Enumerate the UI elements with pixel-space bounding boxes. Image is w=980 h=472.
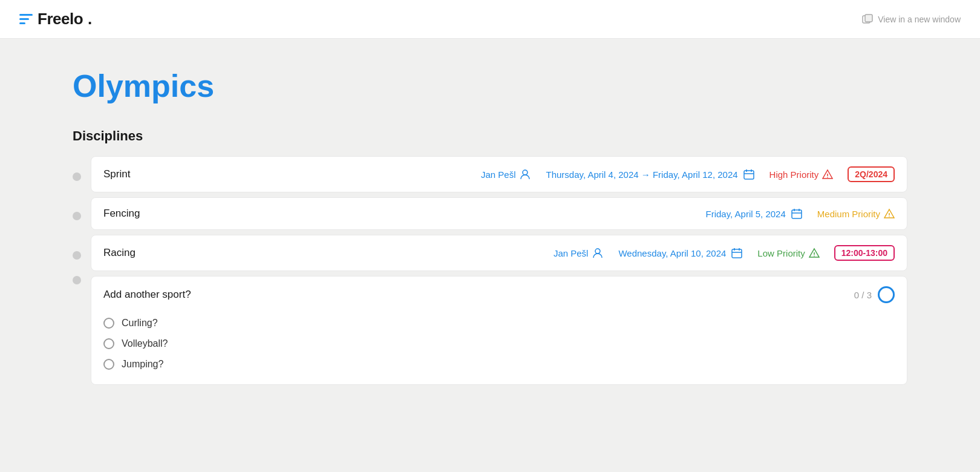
add-sport-right: 0 / 3: [854, 286, 895, 303]
priority-label-racing: Low Priority: [757, 248, 805, 258]
task-card-sprint[interactable]: Sprint Jan Pešl Thursday, April 4, 2024 …: [91, 156, 907, 192]
svg-rect-6: [744, 171, 754, 179]
add-sport-row: Add another sport? 0 / 3 Curling? Volley…: [73, 276, 907, 385]
svg-rect-19: [732, 249, 742, 258]
logo-text: Freelo: [38, 10, 83, 28]
warning-icon-fencing: [884, 208, 895, 219]
progress-circle: [878, 286, 895, 303]
svg-rect-2: [19, 22, 25, 24]
person-icon-racing: [592, 247, 604, 259]
add-sport-header: Add another sport? 0 / 3: [103, 286, 895, 303]
assignee-name-racing: Jan Pešl: [554, 248, 589, 258]
svg-rect-0: [19, 14, 33, 16]
warning-icon-racing: [809, 247, 820, 258]
assignee-sprint: Jan Pešl: [481, 168, 532, 180]
checklist-item-2[interactable]: Jumping?: [103, 354, 895, 375]
task-row-fencing: Fencing Friday, April 5, 2024 Medium Pri…: [73, 197, 907, 235]
priority-sprint: High Priority: [769, 169, 834, 180]
svg-point-24: [814, 255, 815, 257]
checklist-circle-1: [103, 338, 114, 349]
view-new-window-label: View in a new window: [878, 15, 961, 24]
badge-sprint: 2Q/2024: [848, 166, 895, 182]
checklist-label-1: Volleyball?: [122, 338, 168, 349]
section-title: Disciplines: [73, 128, 907, 144]
date-range-sprint: Thursday, April 4, 2024 → Friday, April …: [546, 168, 754, 180]
svg-rect-4: [865, 15, 872, 22]
checklist-item-1[interactable]: Volleyball?: [103, 333, 895, 354]
task-bullet-add-sport: [73, 276, 81, 284]
top-bar: Freelo. View in a new window: [0, 0, 980, 39]
priority-label-sprint: High Priority: [769, 169, 819, 180]
task-bullet-racing: [73, 251, 81, 260]
checklist: Curling? Volleyball? Jumping?: [103, 313, 895, 375]
task-meta-fencing: Friday, April 5, 2024 Medium Priority: [706, 208, 895, 220]
checklist-label-0: Curling?: [122, 318, 158, 329]
svg-point-18: [595, 249, 600, 254]
logo: Freelo.: [19, 10, 92, 28]
add-sport-title: Add another sport?: [103, 289, 191, 301]
add-sport-card[interactable]: Add another sport? 0 / 3 Curling? Volley…: [91, 276, 907, 385]
checklist-label-2: Jumping?: [122, 359, 163, 370]
task-bullet: [73, 172, 81, 181]
project-title: Olympics: [73, 68, 907, 104]
task-name-racing: Racing: [103, 247, 212, 259]
view-new-window-button[interactable]: View in a new window: [862, 14, 961, 25]
svg-point-11: [827, 177, 828, 178]
svg-rect-12: [792, 210, 802, 218]
task-meta-sprint: Jan Pešl Thursday, April 4, 2024 → Frida…: [481, 166, 895, 182]
checklist-circle-0: [103, 318, 114, 329]
checklist-item-0[interactable]: Curling?: [103, 313, 895, 333]
date-range-fencing: Friday, April 5, 2024: [706, 208, 803, 220]
task-row: Sprint Jan Pešl Thursday, April 4, 2024 …: [73, 156, 907, 197]
badge-racing: 12:00-13:00: [834, 245, 895, 261]
date-text-fencing: Friday, April 5, 2024: [706, 209, 786, 219]
date-range-racing: Wednesday, April 10, 2024: [618, 247, 743, 259]
svg-point-17: [889, 216, 890, 217]
progress-text: 0 / 3: [854, 290, 872, 300]
task-name-fencing: Fencing: [103, 208, 212, 220]
priority-racing: Low Priority: [757, 247, 819, 258]
svg-rect-1: [19, 18, 29, 20]
task-list: Sprint Jan Pešl Thursday, April 4, 2024 …: [73, 156, 907, 390]
assignee-racing: Jan Pešl: [554, 247, 604, 259]
task-card-fencing[interactable]: Fencing Friday, April 5, 2024 Medium Pri…: [91, 197, 907, 230]
task-meta-racing: Jan Pešl Wednesday, April 10, 2024: [554, 245, 895, 261]
assignee-name-sprint: Jan Pešl: [481, 169, 516, 180]
task-bullet-fencing: [73, 212, 81, 220]
task-row-racing: Racing Jan Pešl Wednesday, April 10, 202…: [73, 235, 907, 276]
priority-fencing: Medium Priority: [817, 208, 895, 219]
date-text-racing: Wednesday, April 10, 2024: [618, 248, 726, 258]
task-name-sprint: Sprint: [103, 168, 212, 180]
logo-icon: [19, 14, 33, 25]
svg-point-5: [523, 170, 528, 175]
task-card-racing[interactable]: Racing Jan Pešl Wednesday, April 10, 202…: [91, 235, 907, 271]
warning-icon-sprint: [822, 169, 833, 180]
person-icon: [519, 168, 531, 180]
priority-label-fencing: Medium Priority: [817, 209, 880, 219]
calendar-icon-fencing: [791, 208, 803, 220]
new-window-icon: [862, 14, 873, 25]
checklist-circle-2: [103, 359, 114, 370]
date-text-sprint: Thursday, April 4, 2024 → Friday, April …: [546, 169, 737, 180]
calendar-icon-racing: [731, 247, 743, 259]
calendar-icon: [743, 168, 755, 180]
main-content: Olympics Disciplines Sprint Jan Pešl Th: [0, 39, 980, 419]
